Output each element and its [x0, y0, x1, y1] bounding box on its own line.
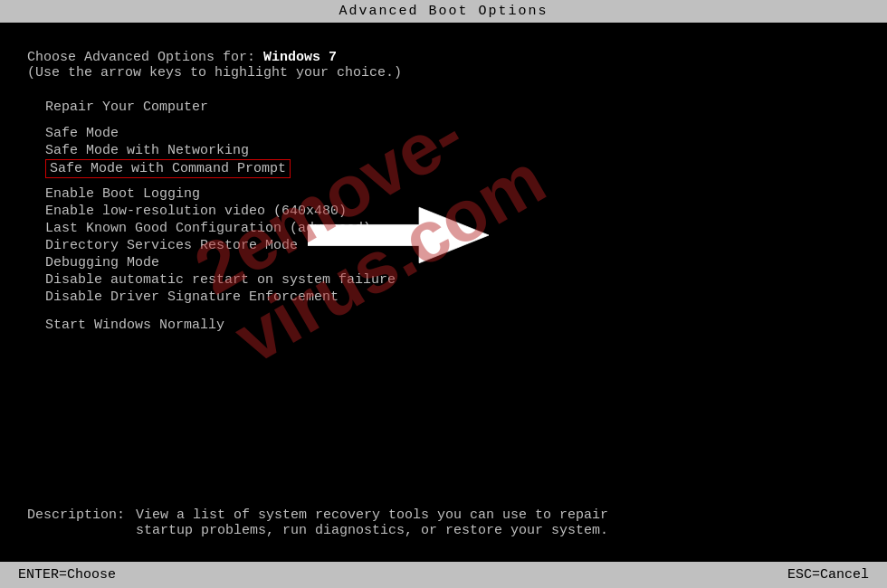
- menu-item-lowres-video[interactable]: Enable low-resolution video (640x480): [45, 203, 860, 220]
- extra-options-group: Enable Boot Logging Enable low-resolutio…: [27, 185, 860, 306]
- header-line1: Choose Advanced Options for: Windows 7: [27, 50, 860, 65]
- menu-item-disable-restart[interactable]: Disable automatic restart on system fail…: [45, 271, 860, 289]
- menu-item-repair[interactable]: Repair Your Computer: [45, 99, 860, 116]
- description-label: Description:: [27, 507, 136, 523]
- menu-item-boot-logging[interactable]: Enable Boot Logging: [45, 185, 860, 203]
- os-name: Windows 7: [263, 50, 337, 65]
- menu-item-safe-mode-cmd[interactable]: Safe Mode with Command Prompt: [45, 159, 291, 178]
- menu-item-start-normally[interactable]: Start Windows Normally: [45, 317, 860, 334]
- header-prefix: Choose Advanced Options for:: [27, 50, 263, 65]
- safe-mode-group: Safe Mode Safe Mode with Networking Safe…: [27, 125, 860, 178]
- menu-item-disable-signature[interactable]: Disable Driver Signature Enforcement: [45, 289, 860, 306]
- title-bar: Advanced Boot Options: [0, 0, 887, 23]
- enter-choose-label: ENTER=Choose: [18, 567, 116, 583]
- description-line1: View a list of system recovery tools you…: [136, 507, 608, 523]
- repair-group: Repair Your Computer: [27, 99, 860, 116]
- header-line2: (Use the arrow keys to highlight your ch…: [27, 65, 860, 81]
- menu-item-safe-mode-networking[interactable]: Safe Mode with Networking: [45, 142, 860, 159]
- main-content: Choose Advanced Options for: Windows 7 (…: [0, 23, 887, 346]
- esc-cancel-label: ESC=Cancel: [787, 567, 869, 583]
- menu-item-safe-mode[interactable]: Safe Mode: [45, 125, 860, 142]
- description-text: View a list of system recovery tools you…: [136, 507, 608, 538]
- start-normally-group: Start Windows Normally: [27, 317, 860, 334]
- description-area: Description: View a list of system recov…: [27, 507, 860, 538]
- description-line2: startup problems, run diagnostics, or re…: [136, 523, 608, 538]
- bottom-bar: ENTER=Choose ESC=Cancel: [0, 562, 887, 588]
- menu-item-directory-services[interactable]: Directory Services Restore Mode: [45, 237, 860, 254]
- menu-item-debugging[interactable]: Debugging Mode: [45, 254, 860, 271]
- menu-item-last-known[interactable]: Last Known Good Configuration (advanced): [45, 220, 860, 237]
